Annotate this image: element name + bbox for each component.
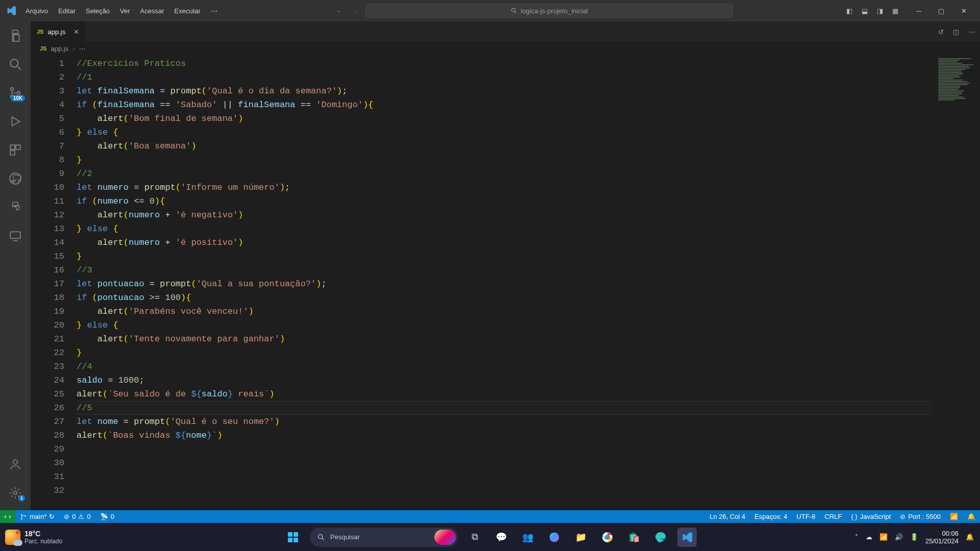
ports[interactable]: 📡0 xyxy=(95,510,119,523)
timeline-icon[interactable]: ↺ xyxy=(938,28,944,36)
onedrive-icon[interactable]: ☁ xyxy=(866,533,872,541)
edge-icon[interactable] xyxy=(651,528,670,547)
git-branch[interactable]: main* ↻ xyxy=(15,510,59,523)
golive-icon[interactable]: 📶 xyxy=(945,510,963,523)
svg-point-22 xyxy=(318,534,323,538)
svg-rect-18 xyxy=(288,532,292,537)
js-file-icon: JS xyxy=(37,29,43,35)
window-close-button[interactable]: ✕ xyxy=(952,0,975,21)
encoding[interactable]: UTF-8 xyxy=(792,510,820,523)
language-mode[interactable]: { }JavaScript xyxy=(846,510,895,523)
settings-badge: 1 xyxy=(18,495,25,502)
extensions-icon[interactable] xyxy=(3,140,28,160)
svg-rect-7 xyxy=(10,145,15,149)
menu-executar[interactable]: Executar xyxy=(169,4,206,18)
taskbar-weather[interactable]: 18°C Parc. nublado xyxy=(5,530,62,545)
command-center-search[interactable]: logica-js-projeto_inicial xyxy=(365,4,733,18)
notifications-bell-icon[interactable]: 🔔 xyxy=(966,533,974,541)
layout-sidebar-right-icon[interactable]: ◨ xyxy=(877,7,883,15)
tab-filename: app.js xyxy=(47,28,65,36)
activity-bar: 10K 1 xyxy=(0,21,31,510)
settings-gear-icon[interactable]: 1 xyxy=(3,483,28,503)
svg-rect-9 xyxy=(10,151,15,155)
nav-forward-icon[interactable]: → xyxy=(352,7,358,15)
svg-point-14 xyxy=(14,491,17,495)
explorer-icon[interactable] xyxy=(3,26,28,46)
file-explorer-icon[interactable]: 📁 xyxy=(571,528,591,547)
menubar: ArquivoEditarSeleçãoVerAcessarExecutar⋯ xyxy=(20,4,223,18)
minimap[interactable] xyxy=(933,55,980,510)
tray-chevron-icon[interactable]: ˄ xyxy=(855,533,859,541)
tab-close-icon[interactable]: ✕ xyxy=(74,28,79,36)
eol[interactable]: CRLF xyxy=(820,510,846,523)
accounts-icon[interactable] xyxy=(3,454,28,474)
menu-editar[interactable]: Editar xyxy=(53,4,81,18)
copilot-icon[interactable] xyxy=(545,528,564,547)
search-highlight-art xyxy=(434,530,456,545)
source-control-icon[interactable]: 10K xyxy=(3,83,28,103)
live-server-port[interactable]: ⊘Port : 5500 xyxy=(895,510,945,523)
code-content[interactable]: //Exercicios Praticos//1let finalSemana … xyxy=(77,55,980,510)
svg-line-1 xyxy=(515,12,517,13)
problems[interactable]: ⊘0 ⚠0 xyxy=(59,510,95,523)
run-debug-icon[interactable] xyxy=(3,111,28,132)
layout-panel-icon[interactable]: ⬓ xyxy=(862,7,868,15)
volume-icon[interactable]: 🔊 xyxy=(895,533,903,541)
menu-arquivo[interactable]: Arquivo xyxy=(20,4,53,18)
nav-back-icon[interactable]: ← xyxy=(336,7,342,15)
svg-rect-21 xyxy=(293,538,298,542)
svg-line-3 xyxy=(17,66,21,70)
python-icon[interactable] xyxy=(3,197,28,217)
taskbar-search-placeholder: Pesquisar xyxy=(330,533,360,541)
taskbar-clock[interactable]: 00:06 25/01/2024 xyxy=(925,530,959,545)
indentation[interactable]: Espaços: 4 xyxy=(750,510,792,523)
menu-⋯[interactable]: ⋯ xyxy=(206,4,223,18)
teams-icon[interactable]: 👥 xyxy=(518,528,537,547)
svg-point-15 xyxy=(21,514,22,515)
svg-rect-11 xyxy=(10,232,20,238)
task-view-icon[interactable]: ⧉ xyxy=(465,528,484,547)
taskbar-search[interactable]: Pesquisar xyxy=(310,528,458,547)
battery-icon[interactable]: 🔋 xyxy=(910,533,918,541)
more-actions-icon[interactable]: ⋯ xyxy=(968,28,975,36)
layout-customize-icon[interactable]: ▦ xyxy=(892,7,898,15)
system-tray: ˄ ☁ 📶 🔊 🔋 00:06 25/01/2024 🔔 xyxy=(855,530,974,545)
vscode-taskbar-icon[interactable] xyxy=(677,528,697,547)
svg-point-2 xyxy=(10,59,18,67)
menu-seleção[interactable]: Seleção xyxy=(81,4,115,18)
breadcrumb-file: app.js xyxy=(51,45,68,53)
wifi-icon[interactable]: 📶 xyxy=(879,533,888,541)
tab-bar: JS app.js ✕ ↺ ◫ ⋯ xyxy=(31,21,980,42)
search-icon[interactable] xyxy=(3,54,28,74)
breadcrumb[interactable]: JS app.js › ⋯ xyxy=(31,42,980,55)
remote-explorer-icon[interactable] xyxy=(3,226,28,246)
menu-acessar[interactable]: Acessar xyxy=(135,4,169,18)
breadcrumb-tail: ⋯ xyxy=(79,45,86,53)
cursor-position[interactable]: Ln 26, Col 4 xyxy=(705,510,750,523)
menu-ver[interactable]: Ver xyxy=(115,4,135,18)
layout-sidebar-left-icon[interactable]: ◧ xyxy=(846,7,852,15)
chrome-icon[interactable] xyxy=(598,528,617,547)
editor[interactable]: 1234567891011121314151617181920212223242… xyxy=(31,55,980,510)
js-file-icon: JS xyxy=(40,45,46,52)
svg-point-0 xyxy=(511,8,515,12)
weather-label: Parc. nublado xyxy=(24,538,62,545)
store-icon[interactable]: 🛍️ xyxy=(624,528,644,547)
notifications-icon[interactable]: 🔔 xyxy=(963,510,980,523)
split-editor-icon[interactable]: ◫ xyxy=(953,28,959,36)
svg-rect-20 xyxy=(288,538,292,542)
weather-temp: 18°C xyxy=(24,530,62,538)
github-icon[interactable] xyxy=(3,168,28,189)
search-placeholder: logica-js-projeto_inicial xyxy=(521,7,588,15)
svg-point-4 xyxy=(11,88,13,90)
chat-icon[interactable]: 💬 xyxy=(492,528,511,547)
remote-indicator[interactable] xyxy=(0,510,15,523)
window-minimize-button[interactable]: ─ xyxy=(908,0,930,21)
window-maximize-button[interactable]: ▢ xyxy=(930,0,952,21)
tab-app-js[interactable]: JS app.js ✕ xyxy=(31,21,86,42)
svg-line-23 xyxy=(322,538,324,540)
source-control-badge: 10K xyxy=(11,95,25,102)
svg-point-6 xyxy=(17,91,20,94)
sync-icon[interactable]: ↻ xyxy=(49,513,55,520)
start-button[interactable] xyxy=(283,528,303,547)
